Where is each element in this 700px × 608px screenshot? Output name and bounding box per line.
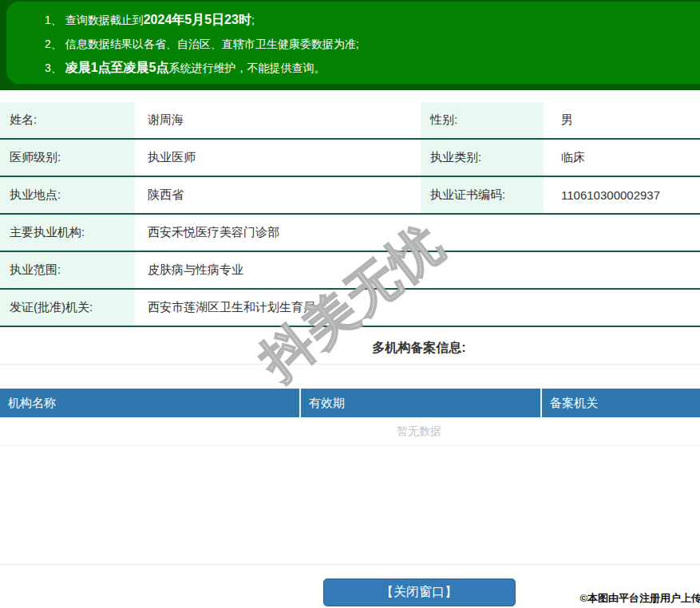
section-divider xyxy=(0,364,700,365)
practice-location-label: 执业地点: xyxy=(0,177,135,213)
gender-value: 男 xyxy=(544,102,700,138)
table-row: 执业地点: 陕西省 执业证书编码: 110610300002937 xyxy=(0,177,700,215)
notice-line-2: 2、 信息数据结果以各省、自治区、直辖市卫生健康委数据为准; xyxy=(45,32,700,56)
table-row: 姓名: 谢周海 性别: 男 xyxy=(0,102,700,140)
column-header-validity: 有效期 xyxy=(299,389,540,417)
notice-line-3: 3、 凌晨1点至凌晨5点系统进行维护，不能提供查询。 xyxy=(45,56,700,80)
main-institution-value: 西安禾悦医疗美容门诊部 xyxy=(135,215,700,251)
filing-table-header: 机构名称 有效期 备案机关 xyxy=(0,389,700,417)
gender-label: 性别: xyxy=(421,102,544,138)
close-window-button[interactable]: 【关闭窗口】 xyxy=(323,578,516,606)
notice-line-1: 1、 查询数据截止到2024年5月5日23时; xyxy=(45,8,700,32)
column-header-institution: 机构名称 xyxy=(0,389,299,417)
notice-banner-edge: 1、 查询数据截止到2024年5月5日23时; 2、 信息数据结果以各省、自治区… xyxy=(0,0,700,90)
notice-3-post: 系统进行维护，不能提供查询。 xyxy=(168,61,325,74)
column-header-authority: 备案机关 xyxy=(540,389,700,417)
practice-location-value: 陕西省 xyxy=(135,177,421,213)
name-value: 谢周海 xyxy=(135,102,421,138)
table-row: 医师级别: 执业医师 执业类别: 临床 xyxy=(0,140,700,177)
issuing-authority-label: 发证(批准)机关: xyxy=(0,290,135,326)
table-row: 发证(批准)机关: 西安市莲湖区卫生和计划生育局 xyxy=(0,290,700,327)
certificate-number-label: 执业证书编码: xyxy=(421,177,544,213)
notice-3-text: 3、 xyxy=(45,61,65,74)
attribution-note: ©本图由平台注册用户上传 xyxy=(579,591,700,606)
table-row: 执业范围: 皮肤病与性病专业 xyxy=(0,252,700,290)
notice-banner: 1、 查询数据截止到2024年5月5日23时; 2、 信息数据结果以各省、自治区… xyxy=(6,2,700,84)
doctor-level-value: 执业医师 xyxy=(135,140,421,176)
notice-2-text: 2、 信息数据结果以各省、自治区、直辖市卫生健康委数据为准; xyxy=(45,38,359,50)
table-row: 主要执业机构: 西安禾悦医疗美容门诊部 xyxy=(0,215,700,252)
filing-section-title: 多机构备案信息: xyxy=(0,340,700,356)
practice-category-value: 临床 xyxy=(544,140,700,176)
name-label: 姓名: xyxy=(0,102,135,138)
notice-1-post: ; xyxy=(251,14,255,26)
main-institution-label: 主要执业机构: xyxy=(0,215,135,251)
notice-1-bold: 2024年5月5日23时 xyxy=(144,13,251,26)
doctor-level-label: 医师级别: xyxy=(0,140,135,176)
certificate-number-value: 110610300002937 xyxy=(544,177,700,213)
issuing-authority-value: 西安市莲湖区卫生和计划生育局 xyxy=(135,290,700,326)
notice-1-text: 1、 查询数据截止到 xyxy=(45,14,144,26)
practice-scope-label: 执业范围: xyxy=(0,252,135,288)
query-result-page: 1、 查询数据截止到2024年5月5日23时; 2、 信息数据结果以各省、自治区… xyxy=(0,0,700,606)
practice-scope-value: 皮肤病与性病专业 xyxy=(135,252,700,288)
doctor-info-table: 姓名: 谢周海 性别: 男 医师级别: 执业医师 执业类别: 临床 执业地点: … xyxy=(0,102,700,327)
content-spacer xyxy=(0,446,700,565)
practice-category-label: 执业类别: xyxy=(421,140,544,176)
filing-table-empty-state: 暂无数据 xyxy=(0,417,700,446)
notice-3-bold: 凌晨1点至凌晨5点 xyxy=(65,61,169,74)
